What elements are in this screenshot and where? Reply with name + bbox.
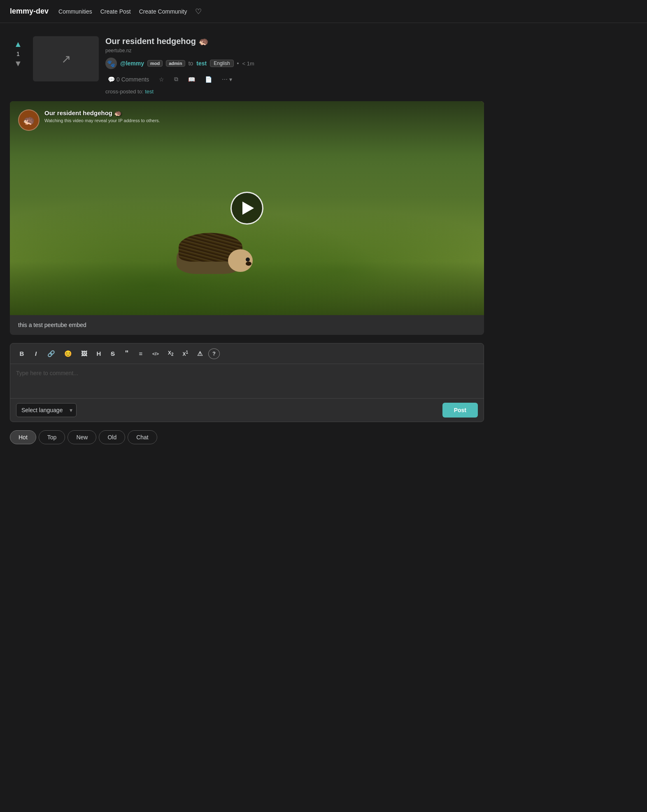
source-icon: 📄: [205, 76, 212, 83]
create-post-link[interactable]: Create Post: [100, 8, 131, 15]
community-link[interactable]: test: [196, 60, 207, 67]
hedgehog-graphic: [172, 220, 255, 274]
post-thumbnail[interactable]: ↗: [33, 36, 99, 81]
separator-dot: •: [237, 60, 239, 67]
main-content: ▲ 1 ▼ ↗ Our resident hedgehog 🦔 peertube…: [0, 23, 494, 454]
play-triangle-icon: [242, 202, 254, 215]
to-text: to: [189, 60, 193, 67]
italic-btn[interactable]: I: [30, 348, 42, 359]
list-btn[interactable]: ≡: [135, 348, 147, 359]
communities-link[interactable]: Communities: [58, 8, 92, 15]
star-icon: ☆: [159, 76, 164, 83]
image-btn[interactable]: 🖼: [78, 348, 91, 359]
tab-chat[interactable]: Chat: [128, 430, 157, 444]
bold-btn[interactable]: B: [16, 348, 28, 359]
subscript-btn[interactable]: X2: [165, 348, 177, 358]
comments-count: 0 Comments: [116, 76, 149, 83]
vote-column: ▲ 1 ▼: [10, 36, 26, 95]
nav-links: Communities Create Post Create Community…: [58, 7, 202, 16]
post-url[interactable]: peertube.nz: [105, 48, 484, 53]
play-button[interactable]: [230, 192, 263, 225]
mod-badge: mod: [147, 60, 163, 67]
copy-link-button[interactable]: ⧉: [172, 74, 181, 84]
video-title-overlay: Our resident hedgehog 🦔: [44, 109, 160, 117]
tab-old[interactable]: Old: [99, 430, 125, 444]
video-avatar: 🦔: [18, 109, 40, 131]
superscript-btn[interactable]: X1: [179, 348, 191, 359]
cross-posted-label: cross-posted to:: [105, 88, 144, 95]
post-time: < 1m: [242, 60, 254, 67]
tab-top[interactable]: Top: [39, 430, 65, 444]
comment-input[interactable]: [10, 364, 484, 397]
admin-badge: admin: [166, 60, 185, 67]
language-select[interactable]: Select language English Undetermined: [16, 403, 77, 417]
post-title: Our resident hedgehog 🦔: [105, 36, 484, 46]
donate-icon[interactable]: ♡: [195, 7, 202, 16]
post-comment-button[interactable]: Post: [442, 403, 478, 418]
upvote-button[interactable]: ▲: [14, 39, 22, 49]
action-row: 💬 0 Comments ☆ ⧉ 📖 📄 ⋯ ▾: [105, 74, 484, 84]
source-button[interactable]: 📄: [202, 74, 214, 84]
author-avatar: 🐾: [105, 58, 117, 69]
more-button[interactable]: ⋯ ▾: [219, 74, 235, 84]
strikethrough-btn[interactable]: S: [107, 348, 119, 359]
cross-posted-info: cross-posted to: test: [105, 88, 484, 95]
video-header: 🦔 Our resident hedgehog 🦔 Watching this …: [18, 109, 160, 131]
comment-editor: B I 🔗 😊 🖼 H S " ≡ </> X2 X1 ⚠ ? Select l…: [10, 343, 484, 422]
tab-hot[interactable]: Hot: [10, 430, 36, 444]
language-select-wrapper: Select language English Undetermined ▾: [16, 403, 77, 417]
post-card: ▲ 1 ▼ ↗ Our resident hedgehog 🦔 peertube…: [10, 36, 484, 95]
comment-icon: 💬: [108, 76, 115, 83]
save-button[interactable]: ☆: [156, 74, 167, 84]
author-link[interactable]: @lemmy: [120, 60, 144, 67]
brand-logo[interactable]: lemmy-dev: [10, 7, 49, 16]
video-overlay: 🦔 Our resident hedgehog 🦔 Watching this …: [10, 101, 484, 315]
post-description: this a test peertube embed: [10, 315, 484, 335]
code-btn[interactable]: </>: [149, 350, 162, 358]
downvote-button[interactable]: ▼: [14, 59, 22, 68]
spoiler-btn[interactable]: ⚠: [194, 348, 206, 359]
header-btn[interactable]: H: [93, 348, 105, 359]
comments-button[interactable]: 💬 0 Comments: [105, 74, 151, 84]
more-icon: ⋯ ▾: [222, 76, 232, 83]
quote-btn[interactable]: ": [121, 348, 133, 360]
tab-new[interactable]: New: [67, 430, 96, 444]
help-btn[interactable]: ?: [208, 348, 220, 359]
video-container: 🦔 Our resident hedgehog 🦔 Watching this …: [10, 101, 484, 335]
comment-bottom-bar: Select language English Undetermined ▾ P…: [10, 398, 484, 422]
link-btn[interactable]: 🔗: [44, 348, 58, 359]
crosspost-icon: 📖: [188, 76, 195, 83]
crosspost-button[interactable]: 📖: [186, 74, 198, 84]
navbar: lemmy-dev Communities Create Post Create…: [0, 0, 647, 23]
emoji-btn[interactable]: 😊: [61, 348, 75, 359]
language-badge: English: [210, 60, 233, 67]
post-meta: 🐾 @lemmy mod admin to test English • < 1…: [105, 58, 484, 69]
create-community-link[interactable]: Create Community: [139, 8, 187, 15]
sort-tabs: Hot Top New Old Chat: [10, 430, 484, 444]
cross-posted-community-link[interactable]: test: [145, 88, 154, 95]
external-link-icon: ↗: [61, 52, 71, 66]
video-subtitle-overlay: Watching this video may reveal your IP a…: [44, 118, 160, 123]
vote-count: 1: [16, 51, 20, 57]
post-info: Our resident hedgehog 🦔 peertube.nz 🐾 @l…: [105, 36, 484, 95]
copy-icon: ⧉: [174, 76, 178, 83]
editor-toolbar: B I 🔗 😊 🖼 H S " ≡ </> X2 X1 ⚠ ?: [10, 343, 484, 364]
